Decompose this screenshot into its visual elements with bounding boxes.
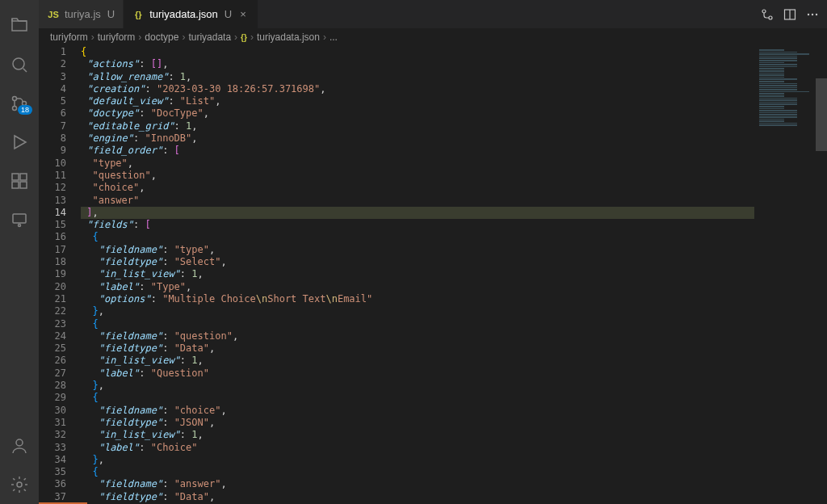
settings-gear-icon[interactable] bbox=[0, 465, 39, 504]
code-content[interactable]: { "actions": [], "allow_rename": 1, "cre… bbox=[81, 46, 754, 504]
code-line[interactable]: "fieldtype": "Data", bbox=[81, 491, 754, 503]
code-line[interactable]: { bbox=[81, 318, 754, 330]
search-icon[interactable] bbox=[0, 45, 39, 84]
code-line[interactable]: "fieldname": "type", bbox=[81, 244, 754, 256]
breadcrumb-segment[interactable]: turiyform bbox=[98, 32, 136, 43]
minimap-line bbox=[759, 108, 784, 110]
code-line[interactable]: "answer" bbox=[81, 195, 754, 207]
minimap-line bbox=[759, 120, 784, 122]
breadcrumb-segment[interactable]: turiyadata bbox=[188, 32, 231, 43]
minimap-line bbox=[759, 114, 797, 116]
code-line[interactable]: "default_view": "List", bbox=[81, 95, 754, 107]
svg-point-16 bbox=[812, 13, 813, 15]
source-control-icon[interactable]: 18 bbox=[0, 84, 39, 123]
code-line[interactable]: "type", bbox=[81, 158, 754, 170]
code-line[interactable]: "editable_grid": 1, bbox=[81, 120, 754, 132]
minimap-line bbox=[759, 98, 797, 99]
scrollbar-track[interactable] bbox=[816, 46, 827, 504]
minimap[interactable] bbox=[754, 46, 827, 504]
code-line[interactable]: }, bbox=[81, 380, 754, 392]
code-line[interactable]: "label": "Choice" bbox=[81, 442, 754, 454]
code-line[interactable]: "fieldtype": "Data", bbox=[81, 342, 754, 355]
split-editor-icon[interactable] bbox=[783, 8, 796, 21]
code-line[interactable]: "in_list_view": 1, bbox=[81, 355, 754, 367]
minimap-line bbox=[759, 68, 784, 69]
svg-point-9 bbox=[19, 225, 21, 227]
breadcrumb[interactable]: turiyform›turiyform›doctype›turiyadata›{… bbox=[39, 28, 827, 46]
app-root: 18 JSturiya.jsU{}turiyadata.jsonU× bbox=[0, 0, 827, 504]
tab-label: turiyadata.json bbox=[149, 8, 218, 20]
code-line[interactable]: "doctype": "DocType", bbox=[81, 107, 754, 120]
code-line[interactable]: "actions": [], bbox=[81, 58, 754, 70]
remote-icon[interactable] bbox=[0, 200, 39, 239]
line-number: 34 bbox=[39, 454, 66, 466]
code-line[interactable]: "field_order": [ bbox=[81, 145, 754, 157]
code-line[interactable]: { bbox=[81, 466, 754, 478]
minimap-line bbox=[759, 64, 797, 65]
code-line[interactable]: "fieldname": "choice", bbox=[81, 405, 754, 417]
code-line[interactable]: }, bbox=[81, 454, 754, 466]
accounts-icon[interactable] bbox=[0, 426, 39, 465]
svg-point-11 bbox=[17, 482, 22, 487]
chevron-right-icon: › bbox=[91, 32, 94, 43]
code-line[interactable]: "label": "Type", bbox=[81, 281, 754, 293]
line-number: 13 bbox=[39, 195, 66, 207]
svg-rect-7 bbox=[20, 182, 27, 188]
code-line[interactable]: { bbox=[81, 231, 754, 243]
code-line[interactable]: "allow_rename": 1, bbox=[81, 71, 754, 83]
explorer-icon[interactable] bbox=[0, 6, 39, 45]
code-line[interactable]: "creation": "2023-03-30 18:26:57.371698"… bbox=[81, 83, 754, 95]
code-line[interactable]: "fieldtype": "JSON", bbox=[81, 417, 754, 429]
tab-label: turiya.js bbox=[65, 8, 101, 20]
code-line[interactable]: }, bbox=[81, 305, 754, 317]
extensions-icon[interactable] bbox=[0, 162, 39, 200]
code-line[interactable]: "engine": "InnoDB", bbox=[81, 132, 754, 145]
svg-rect-8 bbox=[13, 214, 26, 223]
code-line[interactable]: "fields": [ bbox=[81, 219, 754, 231]
code-line[interactable]: "label": "Question" bbox=[81, 368, 754, 380]
svg-point-17 bbox=[816, 13, 817, 15]
code-line[interactable]: { bbox=[81, 392, 754, 404]
line-number: 36 bbox=[39, 478, 66, 490]
breadcrumb-segment[interactable]: ... bbox=[330, 32, 338, 43]
line-number: 17 bbox=[39, 244, 66, 256]
minimap-line bbox=[759, 56, 797, 57]
code-line[interactable]: "fieldname": "question", bbox=[81, 330, 754, 342]
tab-turiyadata-json[interactable]: {}turiyadata.jsonU× bbox=[124, 0, 258, 28]
breadcrumb-segment[interactable]: doctype bbox=[145, 32, 178, 43]
minimap-line bbox=[759, 60, 797, 61]
more-actions-icon[interactable] bbox=[806, 8, 819, 21]
close-icon[interactable]: × bbox=[237, 8, 250, 21]
editor-area: JSturiya.jsU{}turiyadata.jsonU× turiyfor… bbox=[39, 0, 827, 504]
svg-point-12 bbox=[762, 10, 766, 13]
code-line[interactable]: { bbox=[81, 46, 754, 58]
minimap-line bbox=[759, 93, 784, 94]
line-number: 28 bbox=[39, 380, 66, 392]
breadcrumb-segment[interactable]: turiyadata.json bbox=[257, 32, 320, 43]
tab-turiya-js[interactable]: JSturiya.jsU bbox=[39, 0, 124, 28]
code-line[interactable]: ], bbox=[81, 207, 754, 219]
editor-wrap: 1234567891011121314151617181920212223242… bbox=[39, 46, 827, 504]
svg-rect-6 bbox=[12, 182, 19, 188]
line-number: 16 bbox=[39, 231, 66, 243]
line-number: 7 bbox=[39, 120, 66, 132]
line-number: 15 bbox=[39, 219, 66, 231]
run-debug-icon[interactable] bbox=[0, 123, 39, 162]
code-line[interactable]: "options": "Multiple Choice\nShort Text\… bbox=[81, 293, 754, 305]
code-editor[interactable]: 1234567891011121314151617181920212223242… bbox=[39, 46, 754, 504]
line-number: 19 bbox=[39, 268, 66, 280]
breadcrumb-segment[interactable]: turiyform bbox=[50, 32, 88, 43]
activity-bar: 18 bbox=[0, 0, 39, 504]
compare-changes-icon[interactable] bbox=[761, 8, 774, 21]
line-number: 6 bbox=[39, 107, 66, 120]
scrollbar-thumb[interactable] bbox=[816, 78, 827, 151]
line-number: 37 bbox=[39, 491, 66, 503]
code-line[interactable]: "question", bbox=[81, 170, 754, 182]
code-line[interactable]: "in_list_view": 1, bbox=[81, 268, 754, 280]
line-number: 23 bbox=[39, 318, 66, 330]
code-line[interactable]: "choice", bbox=[81, 182, 754, 194]
code-line[interactable]: "fieldtype": "Select", bbox=[81, 256, 754, 268]
code-line[interactable]: "fieldname": "answer", bbox=[81, 478, 754, 490]
code-line[interactable]: "in_list_view": 1, bbox=[81, 429, 754, 441]
svg-rect-5 bbox=[20, 174, 27, 180]
